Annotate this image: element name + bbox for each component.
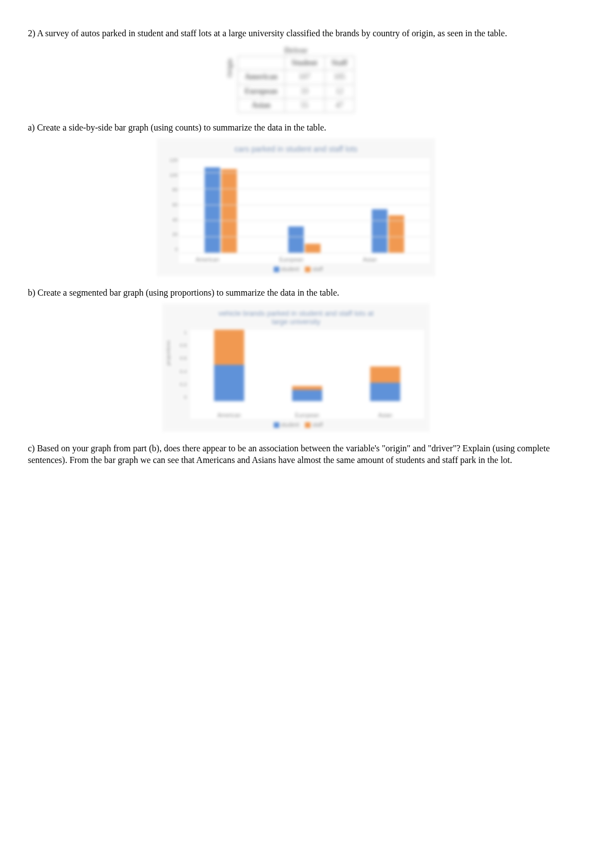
bar-staff bbox=[221, 169, 237, 253]
side-by-side-chart: cars parked in student and staff lots 12… bbox=[157, 138, 435, 276]
table-side-label: Origin bbox=[226, 59, 235, 78]
segment-staff bbox=[370, 367, 400, 382]
bar-staff bbox=[389, 215, 404, 253]
chart-a-title: cars parked in student and staff lots bbox=[162, 144, 430, 154]
chart-b-title: vehicle brands parked in student and sta… bbox=[168, 309, 424, 326]
bar-student bbox=[372, 209, 387, 253]
segment-staff bbox=[292, 386, 322, 390]
chart-b-legend: student staff bbox=[168, 421, 424, 428]
segmented-bar bbox=[370, 367, 400, 401]
legend-swatch-student bbox=[274, 422, 279, 428]
origin-driver-table: Origin Driver Student Staff American 107… bbox=[190, 45, 402, 112]
part-b-text: b) Create a segmented bar graph (using p… bbox=[28, 287, 564, 299]
legend-swatch-staff bbox=[305, 422, 310, 428]
segmented-bar bbox=[214, 330, 244, 401]
bar-group bbox=[363, 209, 413, 253]
segment-student bbox=[214, 365, 244, 401]
legend-swatch-staff bbox=[305, 267, 310, 272]
bar-group bbox=[196, 167, 246, 253]
part-c-text: c) Based on your graph from part (b), do… bbox=[28, 443, 564, 466]
segmented-chart: vehicle brands parked in student and sta… bbox=[162, 303, 430, 432]
col-student: Student bbox=[284, 56, 324, 70]
part-a-text: a) Create a side-by-side bar graph (usin… bbox=[28, 122, 564, 134]
bar-group bbox=[279, 226, 329, 253]
table-row: Asian 55 47 bbox=[237, 98, 355, 112]
segment-student bbox=[292, 390, 322, 401]
table-row: American 107 105 bbox=[237, 70, 355, 84]
bar-student bbox=[205, 167, 220, 253]
col-staff: Staff bbox=[324, 56, 355, 70]
segment-student bbox=[370, 383, 400, 401]
table-row: European 33 12 bbox=[237, 84, 355, 98]
segment-staff bbox=[214, 330, 244, 365]
segmented-bar bbox=[292, 386, 322, 401]
chart-a-legend: student staff bbox=[162, 266, 430, 273]
question-2-text: 2) A survey of autos parked in student a… bbox=[28, 28, 564, 40]
table-top-header: Driver bbox=[190, 45, 402, 56]
bar-staff bbox=[305, 244, 321, 253]
legend-swatch-student bbox=[274, 267, 279, 272]
bar-student bbox=[288, 226, 304, 253]
